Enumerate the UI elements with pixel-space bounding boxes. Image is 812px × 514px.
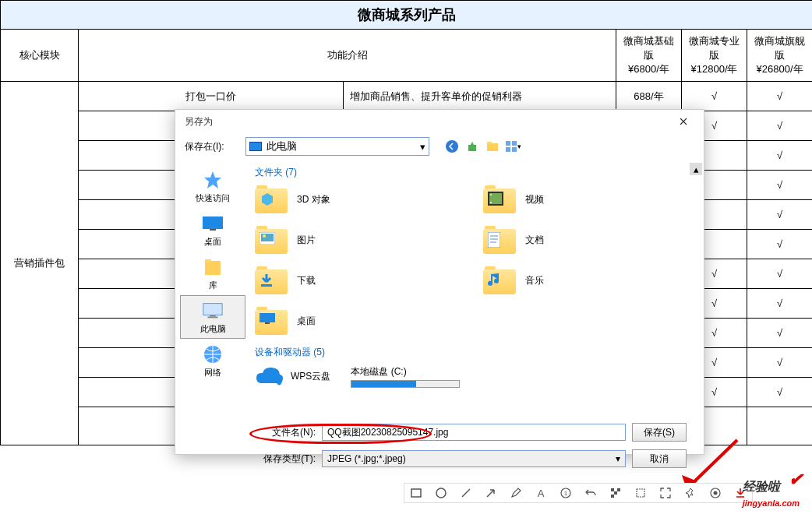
place-network[interactable]: 网络 <box>180 339 245 382</box>
undo-icon[interactable] <box>584 486 598 500</box>
filename-input[interactable] <box>322 424 626 441</box>
svg-point-17 <box>490 194 492 195</box>
folder-downloads[interactable]: 下载 <box>255 266 468 294</box>
places-bar: 快速访问 桌面 库 此电脑 网络 <box>175 160 250 417</box>
pen-tool-icon[interactable] <box>509 486 523 500</box>
svg-rect-34 <box>637 489 644 497</box>
svg-rect-31 <box>617 488 620 491</box>
svg-rect-13 <box>207 316 217 318</box>
svg-rect-33 <box>611 495 614 498</box>
pin-icon[interactable] <box>683 486 697 500</box>
counter-tool-icon[interactable]: 1 <box>559 486 573 500</box>
svg-rect-8 <box>210 229 216 231</box>
location-text: 此电脑 <box>267 139 297 153</box>
svg-rect-24 <box>259 313 275 322</box>
arrow-tool-icon[interactable] <box>484 486 498 500</box>
svg-rect-32 <box>614 491 617 495</box>
col-plan-c: 微商城旗舰版¥26800/年 <box>747 30 813 82</box>
save-as-dialog: 另存为 保存在(I): 此电脑 ▾ ▾ 快速访问 桌面 库 此电脑 网络 ▴ 文… <box>175 109 704 455</box>
svg-rect-22 <box>488 232 500 248</box>
svg-point-18 <box>490 202 492 203</box>
svg-text:1: 1 <box>564 490 568 497</box>
table-row: 营销插件包 打包一口价增加商品销售、提升客单价的促销利器688/年√√ <box>1 82 813 111</box>
filename-label: 文件名(N): <box>253 426 316 439</box>
pc-icon <box>249 142 262 151</box>
svg-rect-20 <box>261 234 274 241</box>
svg-rect-23 <box>261 284 272 287</box>
crop-tool-icon[interactable] <box>634 486 648 500</box>
save-in-label: 保存在(I): <box>185 140 239 153</box>
save-button[interactable]: 保存(S) <box>632 423 687 442</box>
drives-section-header: 设备和驱动器 (5) <box>255 346 696 359</box>
svg-rect-6 <box>512 147 517 152</box>
svg-rect-30 <box>611 488 614 491</box>
watermark: ✔ 经验啦 jingyanla.com <box>743 479 800 509</box>
svg-rect-1 <box>487 143 498 151</box>
svg-rect-3 <box>506 141 510 146</box>
svg-rect-5 <box>506 147 510 152</box>
svg-point-0 <box>446 140 458 153</box>
folder-music[interactable]: 音乐 <box>483 266 696 294</box>
svg-point-27 <box>436 488 446 498</box>
text-tool-icon[interactable]: A <box>534 486 548 500</box>
circle-tool-icon[interactable] <box>434 486 448 500</box>
svg-rect-12 <box>210 315 215 316</box>
line-tool-icon[interactable] <box>459 486 473 500</box>
chevron-down-icon: ▾ <box>420 141 425 153</box>
svg-rect-2 <box>487 142 492 144</box>
svg-rect-7 <box>203 217 223 229</box>
svg-rect-4 <box>512 141 517 146</box>
close-button[interactable] <box>673 111 694 132</box>
record-icon[interactable] <box>708 486 722 500</box>
svg-point-21 <box>263 234 266 238</box>
filetype-combo[interactable]: JPEG (*.jpg;*.jpeg)▾ <box>322 450 626 467</box>
module-cell: 营销插件包 <box>1 82 79 445</box>
scroll-up-button[interactable]: ▴ <box>690 163 702 175</box>
folder-pictures[interactable]: 图片 <box>255 226 468 254</box>
col-plan-a: 微商城基础版¥6800/年 <box>616 30 682 82</box>
cancel-button[interactable]: 取消 <box>632 449 687 468</box>
dialog-title: 另存为 <box>185 115 213 128</box>
view-menu-button[interactable]: ▾ <box>504 138 521 155</box>
place-quick-access[interactable]: 快速访问 <box>180 164 245 208</box>
location-combo[interactable]: 此电脑 ▾ <box>245 137 429 156</box>
svg-rect-11 <box>203 303 222 315</box>
new-folder-button[interactable] <box>484 138 501 155</box>
folder-3d-objects[interactable]: 3D 对象 <box>255 185 468 213</box>
page-title: 微商城系列产品 <box>1 1 813 30</box>
svg-rect-9 <box>205 261 221 275</box>
place-library[interactable]: 库 <box>180 252 245 295</box>
drive-c[interactable]: 本地磁盘 (C:) <box>351 365 460 388</box>
svg-point-36 <box>714 491 718 495</box>
folder-videos[interactable]: 视频 <box>483 185 696 213</box>
svg-rect-10 <box>205 259 211 262</box>
check-icon: ✔ <box>789 470 803 490</box>
svg-rect-25 <box>265 322 270 324</box>
file-list-pane[interactable]: ▴ 文件夹 (7) 3D 对象 视频 图片 文档 下载 音乐 桌面 设备和驱动器… <box>250 160 704 417</box>
folders-section-header: 文件夹 (7) <box>255 166 696 179</box>
fullscreen-icon[interactable] <box>658 486 673 500</box>
place-this-pc[interactable]: 此电脑 <box>180 295 245 339</box>
filetype-label: 保存类型(T): <box>253 452 316 466</box>
mosaic-tool-icon[interactable] <box>609 486 623 500</box>
drive-wps[interactable]: WPS云盘 <box>255 366 330 388</box>
screenshot-toolbar: A 1 <box>404 483 753 503</box>
up-button[interactable] <box>464 138 481 155</box>
folder-documents[interactable]: 文档 <box>483 226 696 254</box>
back-button[interactable] <box>443 138 461 155</box>
chevron-down-icon: ▾ <box>616 453 620 464</box>
col-feature: 功能介绍 <box>79 30 616 82</box>
svg-rect-26 <box>411 489 421 497</box>
place-desktop[interactable]: 桌面 <box>180 208 245 252</box>
col-module: 核心模块 <box>1 30 79 82</box>
col-plan-b: 微商城专业版¥12800/年 <box>682 30 747 82</box>
rect-tool-icon[interactable] <box>409 486 423 500</box>
folder-desktop[interactable]: 桌面 <box>255 307 468 335</box>
